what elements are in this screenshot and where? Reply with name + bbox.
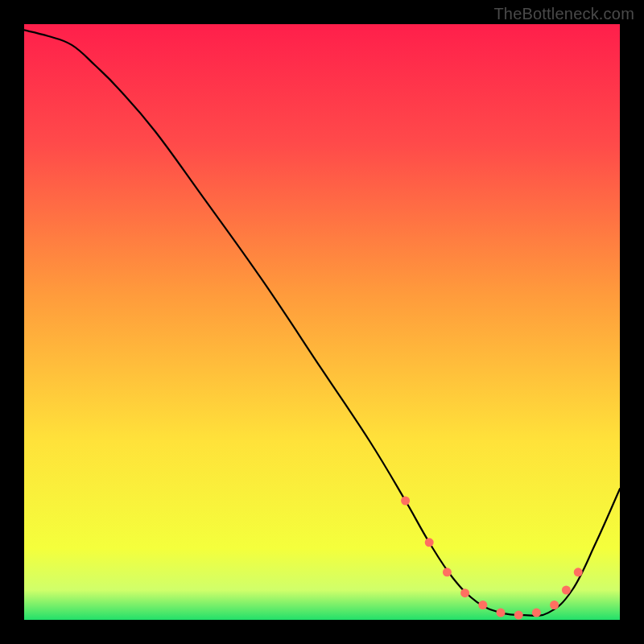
chart-container: TheBottleneck.com xyxy=(0,0,644,644)
marker-dot xyxy=(562,586,571,595)
marker-dot xyxy=(574,568,583,576)
watermark-text: TheBottleneck.com xyxy=(493,5,634,23)
marker-dot xyxy=(401,497,410,506)
marker-dot xyxy=(514,611,523,620)
marker-dot xyxy=(550,601,559,609)
marker-dot xyxy=(497,609,506,617)
highlight-dots xyxy=(401,497,583,620)
marker-dot xyxy=(532,609,541,617)
plot-area xyxy=(24,24,620,620)
marker-dot xyxy=(460,588,469,597)
bottleneck-curve xyxy=(24,30,620,616)
curve-layer xyxy=(24,24,620,620)
marker-dot xyxy=(425,538,434,547)
marker-dot xyxy=(443,568,452,576)
marker-dot xyxy=(478,601,487,609)
